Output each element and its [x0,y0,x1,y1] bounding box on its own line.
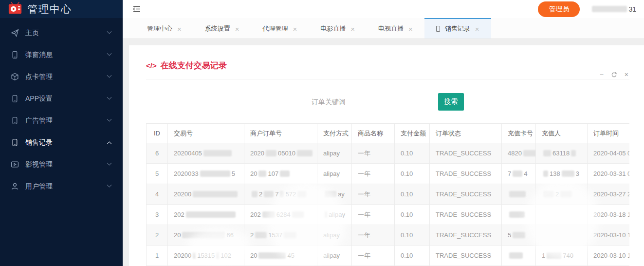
table-cell: 5 [502,225,536,246]
table-cell: TRADE_SUCCESS [430,143,502,164]
sidebar-item-3[interactable]: APP设置 [0,88,123,110]
tv-logo-icon [8,1,22,17]
menu-fold-icon[interactable] [132,5,141,13]
table-cell: 202005010 [244,143,317,164]
sidebar-item-7[interactable]: 用户管理 [0,175,123,197]
sidebar-item-label: 销售记录 [25,138,53,147]
table-cell: 一年 [352,246,395,266]
table-header-row: ID交易号商户订单号支付方式商品名称支付金额订单状态充值卡号充值人订单时间 [147,124,630,143]
chevron-down-icon [107,161,112,166]
sidebar-item-label: 主页 [25,29,39,38]
table-cell: alipay [317,225,352,246]
sidebar-item-6[interactable]: 影视管理 [0,153,123,175]
tab-label: 代理管理 [263,24,288,33]
column-header: 支付方式 [317,124,352,143]
sidebar: 管理中心 主页弹窗消息点卡管理APP设置广告管理销售记录影视管理用户管理 [0,0,123,266]
table-cell: 2020-03-27 2 [588,184,630,205]
table-cell: 一年 [352,205,395,225]
table-cell: 202 [168,205,244,225]
panel-title-text: 在线支付交易记录 [161,60,227,71]
username[interactable]: 31 [590,5,636,13]
redacted-text [182,232,225,238]
table-cell: 6 [147,143,168,164]
redacted-text [255,232,267,238]
sidebar-item-label: APP设置 [25,95,53,103]
close-icon[interactable]: × [177,25,182,33]
tab-5[interactable]: 销售记录× [424,18,491,38]
close-icon[interactable]: × [235,25,239,33]
redacted-text [262,211,275,218]
table-cell: 3 [147,205,168,225]
panel-title: </> 在线支付交易记录 [146,60,629,71]
admin-role-badge[interactable]: 管理员 [538,1,580,17]
logo-text: 管理中心 [27,2,72,16]
table-cell: 一年 [352,184,395,205]
redacted-text [203,150,232,156]
redacted-text [284,232,296,238]
column-header: 商品名称 [352,124,395,143]
close-icon[interactable]: × [475,25,479,33]
refresh-icon[interactable] [611,72,617,78]
tab-3[interactable]: 电影直播× [309,18,367,38]
table-cell: 74 [502,164,536,184]
search-input[interactable] [312,93,416,111]
table-cell [502,205,536,225]
table-row: 120200153151022045alipay一年0.10TRADE_SUCC… [147,246,630,266]
sidebar-item-4[interactable]: 广告管理 [0,110,123,132]
column-header: 充值人 [536,124,588,143]
table-cell: 0.10 [395,164,430,184]
table-cell: 1 [147,246,168,266]
redacted-username [592,6,627,12]
sidebar-item-1[interactable]: 弹窗消息 [0,44,123,66]
redacted-text [297,191,306,197]
table-cell: 5 [147,164,168,184]
redacted-text [571,150,576,156]
close-icon[interactable]: × [350,25,355,33]
sidebar-item-2[interactable]: 点卡管理 [0,66,123,88]
close-icon[interactable]: × [408,25,413,33]
sidebar-item-label: 弹窗消息 [25,51,53,59]
redacted-text [513,171,522,177]
redacted-text [509,252,523,259]
redacted-text [562,171,574,177]
tab-1[interactable]: 系统设置× [193,18,251,38]
table-cell [536,205,588,225]
redacted-text [193,191,238,197]
user-icon [11,182,19,190]
app-root: 管理中心 主页弹窗消息点卡管理APP设置广告管理销售记录影视管理用户管理 管理员… [0,0,644,266]
redacted-text [216,252,219,259]
table-cell: alipay [317,246,352,266]
panel-header: </> 在线支付交易记录 − × [146,45,629,71]
table-cell: 一年 [352,164,395,184]
chevron-down-icon [107,183,112,188]
table-cell: 0.10 [395,205,430,225]
table-cell: 2020-04-05 0 [588,143,630,164]
app-logo[interactable]: 管理中心 [0,0,123,18]
table-row: 2206621537alipay一年0.10TRADE_SUCCESS52020… [147,225,630,246]
document-icon [436,26,440,32]
redacted-text [560,191,572,197]
redacted-text [292,211,304,218]
tab-2[interactable]: 代理管理× [251,18,309,38]
table-row: 32022026284alipay一年0.10TRADE_SUCCESS2020… [147,205,630,225]
table-cell: 20107 [244,164,317,184]
minimize-icon[interactable]: − [600,71,604,78]
table-cell: 0.10 [395,143,430,164]
search-button[interactable]: 搜索 [438,93,464,111]
content-area: </> 在线支付交易记录 − × [123,39,644,266]
tab-4[interactable]: 电视直播× [367,18,424,38]
tab-label: 电视直播 [378,24,404,33]
table-cell: TRADE_SUCCESS [430,205,502,225]
sidebar-item-0[interactable]: 主页 [0,22,123,44]
sidebar-item-5[interactable]: 销售记录 [0,132,123,153]
chevron-up-icon [107,141,112,146]
redacted-text [509,191,526,197]
tab-0[interactable]: 管理中心× [135,18,193,38]
phone-icon [11,116,19,125]
chevron-down-icon [107,117,112,122]
chevron-down-icon [107,73,112,78]
table-cell: TRADE_SUCCESS [430,225,502,246]
tab-bar: 管理中心×系统设置×代理管理×电影直播×电视直播×销售记录× [123,18,644,39]
close-icon[interactable]: × [625,71,628,78]
close-icon[interactable]: × [293,25,297,33]
